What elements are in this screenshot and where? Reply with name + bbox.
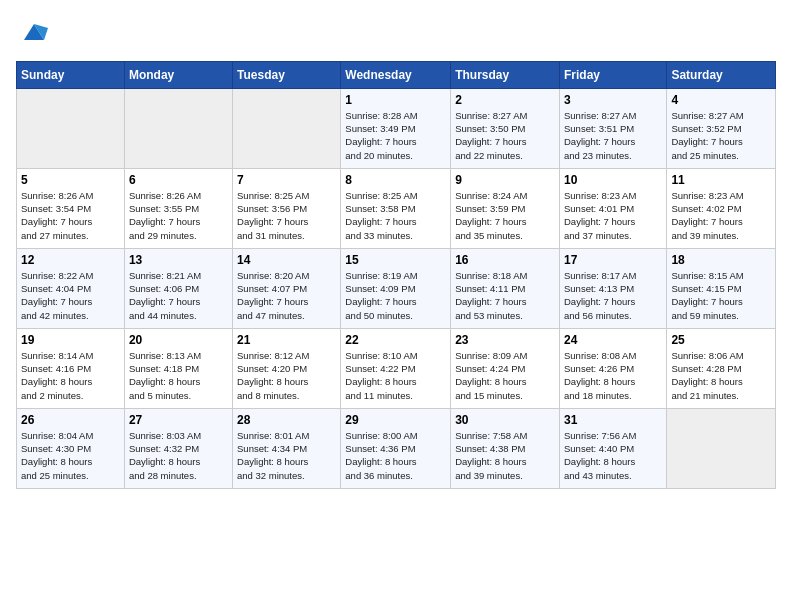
day-number: 13 (129, 253, 228, 267)
table-row: 14Sunrise: 8:20 AM Sunset: 4:07 PM Dayli… (233, 248, 341, 328)
day-detail: Sunrise: 8:27 AM Sunset: 3:51 PM Dayligh… (564, 109, 662, 162)
table-row: 15Sunrise: 8:19 AM Sunset: 4:09 PM Dayli… (341, 248, 451, 328)
table-row: 16Sunrise: 8:18 AM Sunset: 4:11 PM Dayli… (451, 248, 560, 328)
table-row: 11Sunrise: 8:23 AM Sunset: 4:02 PM Dayli… (667, 168, 776, 248)
day-detail: Sunrise: 8:20 AM Sunset: 4:07 PM Dayligh… (237, 269, 336, 322)
day-number: 31 (564, 413, 662, 427)
table-row: 5Sunrise: 8:26 AM Sunset: 3:54 PM Daylig… (17, 168, 125, 248)
table-row: 3Sunrise: 8:27 AM Sunset: 3:51 PM Daylig… (559, 88, 666, 168)
day-number: 26 (21, 413, 120, 427)
table-row: 23Sunrise: 8:09 AM Sunset: 4:24 PM Dayli… (451, 328, 560, 408)
table-row: 31Sunrise: 7:56 AM Sunset: 4:40 PM Dayli… (559, 408, 666, 488)
day-detail: Sunrise: 8:04 AM Sunset: 4:30 PM Dayligh… (21, 429, 120, 482)
day-detail: Sunrise: 8:14 AM Sunset: 4:16 PM Dayligh… (21, 349, 120, 402)
week-row: 5Sunrise: 8:26 AM Sunset: 3:54 PM Daylig… (17, 168, 776, 248)
day-number: 5 (21, 173, 120, 187)
header-day: Tuesday (233, 61, 341, 88)
day-number: 9 (455, 173, 555, 187)
day-number: 6 (129, 173, 228, 187)
day-number: 18 (671, 253, 771, 267)
week-row: 12Sunrise: 8:22 AM Sunset: 4:04 PM Dayli… (17, 248, 776, 328)
day-detail: Sunrise: 8:23 AM Sunset: 4:01 PM Dayligh… (564, 189, 662, 242)
table-row: 28Sunrise: 8:01 AM Sunset: 4:34 PM Dayli… (233, 408, 341, 488)
day-detail: Sunrise: 8:09 AM Sunset: 4:24 PM Dayligh… (455, 349, 555, 402)
table-row: 4Sunrise: 8:27 AM Sunset: 3:52 PM Daylig… (667, 88, 776, 168)
day-number: 7 (237, 173, 336, 187)
day-number: 17 (564, 253, 662, 267)
calendar-body: 1Sunrise: 8:28 AM Sunset: 3:49 PM Daylig… (17, 88, 776, 488)
day-detail: Sunrise: 8:27 AM Sunset: 3:50 PM Dayligh… (455, 109, 555, 162)
day-detail: Sunrise: 8:24 AM Sunset: 3:59 PM Dayligh… (455, 189, 555, 242)
header-row: SundayMondayTuesdayWednesdayThursdayFrid… (17, 61, 776, 88)
header-day: Thursday (451, 61, 560, 88)
header-day: Saturday (667, 61, 776, 88)
logo-icon (20, 16, 48, 44)
table-row: 30Sunrise: 7:58 AM Sunset: 4:38 PM Dayli… (451, 408, 560, 488)
table-row: 20Sunrise: 8:13 AM Sunset: 4:18 PM Dayli… (124, 328, 232, 408)
table-row: 18Sunrise: 8:15 AM Sunset: 4:15 PM Dayli… (667, 248, 776, 328)
day-number: 24 (564, 333, 662, 347)
header-day: Sunday (17, 61, 125, 88)
day-detail: Sunrise: 8:00 AM Sunset: 4:36 PM Dayligh… (345, 429, 446, 482)
day-number: 19 (21, 333, 120, 347)
table-row: 10Sunrise: 8:23 AM Sunset: 4:01 PM Dayli… (559, 168, 666, 248)
day-detail: Sunrise: 8:25 AM Sunset: 3:56 PM Dayligh… (237, 189, 336, 242)
day-number: 8 (345, 173, 446, 187)
calendar-table: SundayMondayTuesdayWednesdayThursdayFrid… (16, 61, 776, 489)
table-row: 24Sunrise: 8:08 AM Sunset: 4:26 PM Dayli… (559, 328, 666, 408)
day-number: 10 (564, 173, 662, 187)
day-detail: Sunrise: 8:28 AM Sunset: 3:49 PM Dayligh… (345, 109, 446, 162)
table-row: 27Sunrise: 8:03 AM Sunset: 4:32 PM Dayli… (124, 408, 232, 488)
day-detail: Sunrise: 8:19 AM Sunset: 4:09 PM Dayligh… (345, 269, 446, 322)
day-detail: Sunrise: 8:12 AM Sunset: 4:20 PM Dayligh… (237, 349, 336, 402)
day-detail: Sunrise: 8:27 AM Sunset: 3:52 PM Dayligh… (671, 109, 771, 162)
table-row: 25Sunrise: 8:06 AM Sunset: 4:28 PM Dayli… (667, 328, 776, 408)
table-row: 9Sunrise: 8:24 AM Sunset: 3:59 PM Daylig… (451, 168, 560, 248)
day-detail: Sunrise: 8:22 AM Sunset: 4:04 PM Dayligh… (21, 269, 120, 322)
week-row: 26Sunrise: 8:04 AM Sunset: 4:30 PM Dayli… (17, 408, 776, 488)
day-detail: Sunrise: 8:13 AM Sunset: 4:18 PM Dayligh… (129, 349, 228, 402)
table-row: 13Sunrise: 8:21 AM Sunset: 4:06 PM Dayli… (124, 248, 232, 328)
day-detail: Sunrise: 8:06 AM Sunset: 4:28 PM Dayligh… (671, 349, 771, 402)
day-number: 2 (455, 93, 555, 107)
table-row (124, 88, 232, 168)
header-day: Monday (124, 61, 232, 88)
day-detail: Sunrise: 7:56 AM Sunset: 4:40 PM Dayligh… (564, 429, 662, 482)
day-detail: Sunrise: 7:58 AM Sunset: 4:38 PM Dayligh… (455, 429, 555, 482)
day-number: 3 (564, 93, 662, 107)
day-number: 22 (345, 333, 446, 347)
day-detail: Sunrise: 8:01 AM Sunset: 4:34 PM Dayligh… (237, 429, 336, 482)
table-row: 26Sunrise: 8:04 AM Sunset: 4:30 PM Dayli… (17, 408, 125, 488)
week-row: 19Sunrise: 8:14 AM Sunset: 4:16 PM Dayli… (17, 328, 776, 408)
day-number: 4 (671, 93, 771, 107)
logo (16, 16, 48, 49)
day-number: 16 (455, 253, 555, 267)
day-number: 11 (671, 173, 771, 187)
day-detail: Sunrise: 8:17 AM Sunset: 4:13 PM Dayligh… (564, 269, 662, 322)
day-number: 29 (345, 413, 446, 427)
day-detail: Sunrise: 8:18 AM Sunset: 4:11 PM Dayligh… (455, 269, 555, 322)
day-number: 23 (455, 333, 555, 347)
table-row (233, 88, 341, 168)
table-row: 29Sunrise: 8:00 AM Sunset: 4:36 PM Dayli… (341, 408, 451, 488)
day-detail: Sunrise: 8:21 AM Sunset: 4:06 PM Dayligh… (129, 269, 228, 322)
header-day: Friday (559, 61, 666, 88)
day-number: 28 (237, 413, 336, 427)
week-row: 1Sunrise: 8:28 AM Sunset: 3:49 PM Daylig… (17, 88, 776, 168)
table-row: 17Sunrise: 8:17 AM Sunset: 4:13 PM Dayli… (559, 248, 666, 328)
day-number: 1 (345, 93, 446, 107)
day-number: 15 (345, 253, 446, 267)
table-row: 12Sunrise: 8:22 AM Sunset: 4:04 PM Dayli… (17, 248, 125, 328)
table-row (667, 408, 776, 488)
table-row (17, 88, 125, 168)
day-detail: Sunrise: 8:10 AM Sunset: 4:22 PM Dayligh… (345, 349, 446, 402)
table-row: 21Sunrise: 8:12 AM Sunset: 4:20 PM Dayli… (233, 328, 341, 408)
day-detail: Sunrise: 8:15 AM Sunset: 4:15 PM Dayligh… (671, 269, 771, 322)
table-row: 6Sunrise: 8:26 AM Sunset: 3:55 PM Daylig… (124, 168, 232, 248)
day-detail: Sunrise: 8:08 AM Sunset: 4:26 PM Dayligh… (564, 349, 662, 402)
header-day: Wednesday (341, 61, 451, 88)
header (16, 16, 776, 49)
day-number: 20 (129, 333, 228, 347)
day-detail: Sunrise: 8:03 AM Sunset: 4:32 PM Dayligh… (129, 429, 228, 482)
table-row: 2Sunrise: 8:27 AM Sunset: 3:50 PM Daylig… (451, 88, 560, 168)
